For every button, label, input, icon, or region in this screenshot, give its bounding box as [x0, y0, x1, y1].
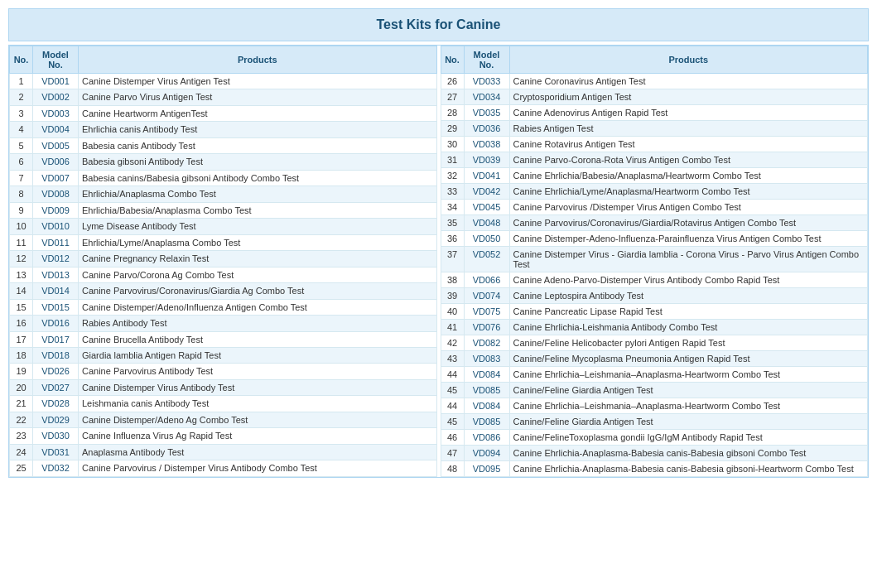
table-row: 3VD003Canine Heartworm AntigenTest — [10, 105, 437, 121]
row-product: Ehrlichia/Anaplasma Combo Test — [79, 186, 437, 202]
row-product: Canine Ehrlichia/Babesia/Anaplasma/Heart… — [509, 168, 868, 184]
row-product: Anaplasma Antibody Test — [79, 444, 437, 460]
table-row: 21VD028Leishmania canis Antibody Test — [10, 396, 437, 412]
row-no: 27 — [441, 89, 464, 105]
row-no: 8 — [10, 186, 33, 202]
table-row: 16VD016Rabies Antibody Test — [10, 316, 437, 331]
row-product: Canine/FelineToxoplasma gondii IgG/IgM A… — [509, 430, 868, 446]
row-product: Canine Ehrlichia-Anaplasma-Babesia canis… — [509, 461, 868, 477]
table-row: 23VD030Canine Influenza Virus Ag Rapid T… — [10, 428, 437, 444]
table-row: 40VD075Canine Pancreatic Lipase Rapid Te… — [441, 304, 868, 320]
row-model: VD002 — [33, 89, 79, 105]
row-model: VD013 — [33, 267, 79, 282]
page-wrapper: Test Kits for Canine No. Model No. Produ… — [0, 0, 877, 486]
table-row: 45VD085Canine/Feline Giardia Antigen Tes… — [441, 414, 868, 430]
row-model: VD001 — [33, 74, 79, 89]
row-model: VD028 — [33, 396, 79, 412]
row-no: 4 — [10, 122, 33, 137]
row-model: VD039 — [464, 152, 509, 168]
table-row: 28VD035Canine Adenovirus Antigen Rapid T… — [441, 105, 868, 121]
row-model: VD036 — [464, 121, 509, 137]
table-row: 10VD010Lyme Disease Antibody Test — [10, 219, 437, 234]
row-product: Rabies Antigen Test — [509, 121, 868, 137]
row-no: 2 — [10, 89, 33, 105]
row-model: VD075 — [464, 304, 509, 320]
table-row: 26VD033Canine Coronavirus Antigen Test — [441, 74, 868, 89]
row-product: Canine Adenovirus Antigen Rapid Test — [509, 105, 868, 121]
row-product: Canine Distemper Virus Antibody Test — [79, 379, 437, 395]
row-no: 39 — [441, 288, 464, 304]
row-no: 31 — [441, 152, 464, 168]
row-model: VD034 — [464, 89, 509, 105]
row-no: 47 — [441, 446, 464, 461]
table-row: 11VD011Ehrlichia/Lyme/Anaplasma Combo Te… — [10, 234, 437, 250]
row-no: 48 — [441, 461, 464, 477]
table-row: 2VD002Canine Parvo Virus Antigen Test — [10, 89, 437, 105]
row-no: 6 — [10, 154, 33, 170]
row-model: VD005 — [33, 137, 79, 153]
row-model: VD066 — [464, 272, 509, 288]
row-no: 43 — [441, 351, 464, 367]
row-model: VD094 — [464, 446, 509, 461]
page-title: Test Kits for Canine — [8, 8, 869, 41]
table-row: 45VD085Canine/Feline Giardia Antigen Tes… — [441, 383, 868, 398]
row-model: VD041 — [464, 168, 509, 184]
table-row: 6VD006Babesia gibsoni Antibody Test — [10, 154, 437, 170]
row-product: Canine Pregnancy Relaxin Test — [79, 251, 437, 267]
row-no: 3 — [10, 105, 33, 121]
row-model: VD086 — [464, 430, 509, 446]
row-model: VD076 — [464, 320, 509, 335]
row-product: Canine Distemper Virus - Giardia lamblia… — [509, 247, 868, 272]
table-row: 12VD012Canine Pregnancy Relaxin Test — [10, 251, 437, 267]
row-product: Babesia gibsoni Antibody Test — [79, 154, 437, 170]
row-model: VD003 — [33, 105, 79, 121]
row-model: VD018 — [33, 347, 79, 363]
row-product: Ehrlichia/Lyme/Anaplasma Combo Test — [79, 234, 437, 250]
row-product: Canine/Feline Helicobacter pylori Antige… — [509, 335, 868, 351]
table-row: 5VD005Babesia canis Antibody Test — [10, 137, 437, 153]
table-row: 13VD013Canine Parvo/Corona Ag Combo Test — [10, 267, 437, 282]
table-row: 14VD014Canine Parvovirus/Coronavirus/Gia… — [10, 283, 437, 299]
table-row: 46VD086Canine/FelineToxoplasma gondii Ig… — [441, 430, 868, 446]
left-table: No. Model No. Products 1VD001Canine Dist… — [9, 46, 437, 477]
row-no: 28 — [441, 105, 464, 121]
left-header-model: Model No. — [33, 46, 79, 74]
row-no: 35 — [441, 215, 464, 231]
row-product: Canine/Feline Mycoplasma Pneumonia Antig… — [509, 351, 868, 367]
row-model: VD074 — [464, 288, 509, 304]
row-model: VD030 — [33, 428, 79, 444]
row-model: VD012 — [33, 251, 79, 267]
row-product: Canine Ehrlichia-Leishmania Antibody Com… — [509, 320, 868, 335]
row-no: 44 — [441, 398, 464, 414]
row-no: 13 — [10, 267, 33, 282]
right-header-model: Model No. — [464, 46, 509, 74]
row-no: 32 — [441, 168, 464, 184]
row-model: VD038 — [464, 137, 509, 152]
row-model: VD008 — [33, 186, 79, 202]
row-no: 46 — [441, 430, 464, 446]
row-product: Rabies Antibody Test — [79, 316, 437, 331]
row-product: Canine Parvovirus /Distemper Virus Antig… — [509, 200, 868, 215]
row-product: Cryptosporidium Antigen Test — [509, 89, 868, 105]
row-no: 36 — [441, 231, 464, 247]
row-model: VD085 — [464, 414, 509, 430]
table-row: 7VD007Babesia canins/Babesia gibsoni Ant… — [10, 170, 437, 186]
row-no: 40 — [441, 304, 464, 320]
row-no: 19 — [10, 364, 33, 379]
row-model: VD007 — [33, 170, 79, 186]
table-row: 44VD084Canine Ehrlichia–Leishmania–Anapl… — [441, 367, 868, 383]
row-product: Canine Ehrlichia/Lyme/Anaplasma/Heartwor… — [509, 184, 868, 200]
row-product: Ehrlichia canis Antibody Test — [79, 122, 437, 137]
right-table: No. Model No. Products 26VD033Canine Cor… — [441, 46, 869, 477]
table-row: 38VD066Canine Adeno-Parvo-Distemper Viru… — [441, 272, 868, 288]
left-header-products: Products — [79, 46, 437, 74]
row-model: VD084 — [464, 367, 509, 383]
table-row: 37VD052Canine Distemper Virus - Giardia … — [441, 247, 868, 272]
table-row: 29VD036Rabies Antigen Test — [441, 121, 868, 137]
row-product: Canine Parvovirus / Distemper Virus Anti… — [79, 460, 437, 477]
row-product: Canine Coronavirus Antigen Test — [509, 74, 868, 89]
table-row: 9VD009Ehrlichia/Babesia/Anaplasma Combo … — [10, 202, 437, 218]
row-model: VD027 — [33, 379, 79, 395]
row-product: Canine Parvovirus Antibody Test — [79, 364, 437, 379]
row-product: Canine Leptospira Antibody Test — [509, 288, 868, 304]
